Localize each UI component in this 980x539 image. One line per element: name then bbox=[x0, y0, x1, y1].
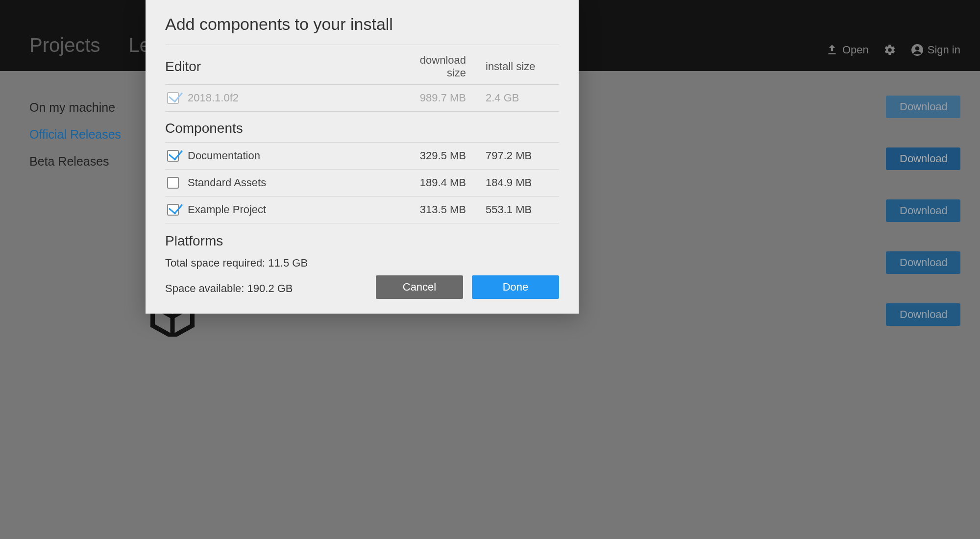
signin-button[interactable]: Sign in bbox=[911, 44, 960, 56]
platforms-heading: Platforms bbox=[165, 233, 559, 249]
editor-row: 2018.1.0f2 989.7 MB 2.4 GB bbox=[165, 85, 559, 112]
component-name: Example Project bbox=[188, 203, 402, 216]
editor-install-size: 2.4 GB bbox=[486, 92, 559, 104]
component-name: Standard Assets bbox=[188, 176, 402, 189]
download-button[interactable]: Download bbox=[886, 303, 960, 326]
modal-title: Add components to your install bbox=[165, 15, 559, 34]
done-button[interactable]: Done bbox=[472, 275, 559, 299]
editor-download-size: 989.7 MB bbox=[407, 92, 481, 104]
download-button[interactable]: Download bbox=[886, 199, 960, 222]
open-label: Open bbox=[842, 44, 869, 56]
documentation-checkbox[interactable] bbox=[167, 150, 179, 162]
modal-footer: Total space required: 11.5 GB Space avai… bbox=[165, 253, 559, 299]
download-button[interactable]: Download bbox=[886, 251, 960, 274]
sidebar-item-official[interactable]: Official Releases bbox=[29, 127, 157, 142]
svg-point-1 bbox=[915, 46, 919, 50]
editor-heading: Editor bbox=[165, 59, 402, 74]
download-button[interactable]: Download bbox=[886, 96, 960, 118]
component-download-size: 313.5 MB bbox=[407, 203, 481, 216]
topbar-actions: Open Sign in bbox=[826, 44, 960, 56]
total-space-required: Total space required: 11.5 GB bbox=[165, 257, 308, 270]
component-row-standard-assets: Standard Assets 189.4 MB 184.9 MB bbox=[165, 170, 559, 196]
editor-checkbox bbox=[167, 92, 179, 104]
sidebar-item-onmymachine[interactable]: On my machine bbox=[29, 100, 157, 115]
component-row-example-project: Example Project 313.5 MB 553.1 MB bbox=[165, 196, 559, 223]
components-heading: Components bbox=[165, 121, 559, 136]
column-download-size: download size bbox=[407, 54, 481, 79]
sidebar-item-beta[interactable]: Beta Releases bbox=[29, 154, 157, 169]
tab-projects[interactable]: Projects bbox=[29, 34, 100, 56]
upload-icon bbox=[826, 44, 838, 56]
download-column: Download Download Download Download Down… bbox=[862, 91, 960, 326]
open-button[interactable]: Open bbox=[826, 44, 869, 56]
component-row-documentation: Documentation 329.5 MB 797.2 MB bbox=[165, 143, 559, 170]
component-install-size: 797.2 MB bbox=[486, 149, 559, 162]
component-download-size: 329.5 MB bbox=[407, 149, 481, 162]
example-project-checkbox[interactable] bbox=[167, 204, 179, 216]
standard-assets-checkbox[interactable] bbox=[167, 177, 179, 189]
component-install-size: 184.9 MB bbox=[486, 176, 559, 189]
download-button[interactable]: Download bbox=[886, 147, 960, 170]
space-available: Space available: 190.2 GB bbox=[165, 282, 308, 295]
add-components-modal: Add components to your install Editor do… bbox=[146, 0, 579, 314]
gear-icon[interactable] bbox=[883, 44, 896, 56]
component-install-size: 553.1 MB bbox=[486, 203, 559, 216]
editor-header-row: Editor download size install size bbox=[165, 54, 559, 85]
editor-version: 2018.1.0f2 bbox=[188, 92, 402, 104]
cancel-button[interactable]: Cancel bbox=[376, 275, 463, 299]
component-name: Documentation bbox=[188, 149, 402, 162]
sidebar: On my machine Official Releases Beta Rel… bbox=[29, 91, 157, 326]
component-download-size: 189.4 MB bbox=[407, 176, 481, 189]
user-icon bbox=[911, 44, 924, 56]
signin-label: Sign in bbox=[928, 44, 960, 56]
column-install-size: install size bbox=[486, 60, 559, 73]
